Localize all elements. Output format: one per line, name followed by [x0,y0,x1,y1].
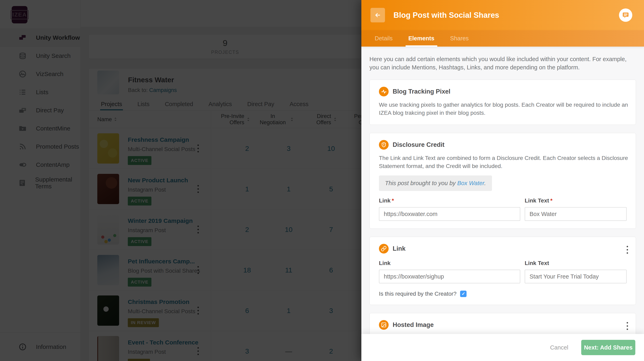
back-button[interactable] [370,8,385,22]
tab-elements[interactable]: Elements [408,30,434,46]
tab-details[interactable]: Details [375,30,393,46]
link-card: Link Link Link Text Is this required by … [370,237,636,305]
link-input[interactable] [379,270,520,283]
disclosure-credit-card: Disclosure Credit The Link and Link Text… [370,133,636,229]
disclosure-preview: This post brought to you by Box Water. [379,175,492,191]
panel-body: Here you can add certain elements which … [361,46,644,334]
next-add-shares-button[interactable]: Next: Add Shares [581,340,635,355]
card-menu-icon[interactable] [625,321,630,332]
required-asterisk: * [392,197,394,204]
card-menu-icon[interactable] [625,244,630,255]
card-title: Hosted Image [393,321,434,329]
link-field-label: Link [379,260,520,266]
tab-shares[interactable]: Shares [450,30,469,46]
required-asterisk: * [550,197,552,204]
link-text-field-label: Link Text [525,260,627,266]
card-title: Link [393,245,406,252]
panel-tabs: Details Elements Shares [361,30,644,46]
card-title: Blog Tracking Pixel [393,88,450,95]
disclosure-shield-icon [379,140,388,150]
panel-footer: Cancel Next: Add Shares [361,334,644,361]
chat-icon [622,11,630,19]
card-title: Disclosure Credit [393,141,444,148]
cancel-button[interactable]: Cancel [550,344,568,351]
disclosure-preview-text: This post brought to you by [385,180,457,186]
panel-header: Blog Post with Social Shares [361,0,644,30]
required-question-label: Is this required by the Creator? [379,291,456,297]
link-icon [379,244,388,254]
card-description: The Link and Link Text are combined to f… [379,154,630,170]
card-description: We use tracking pixels to gather analyti… [379,101,630,117]
link-text-input[interactable] [525,270,627,283]
disclosure-link-input[interactable] [379,207,520,221]
image-icon [379,320,388,330]
elements-intro-text: Here you can add certain elements which … [370,55,636,72]
blog-tracking-pixel-card: Blog Tracking Pixel We use tracking pixe… [370,80,636,125]
modal-backdrop[interactable] [0,0,361,361]
activity-icon [379,87,388,96]
disclosure-link-text-input[interactable] [525,207,627,221]
required-checkbox[interactable]: ✓ [460,291,466,297]
link-field-label: Link* [379,197,520,204]
link-text-field-label: Link Text* [525,197,627,204]
hosted-image-card: Hosted Image Uploaded photos should be l… [370,313,636,334]
disclosure-preview-link[interactable]: Box Water [457,180,484,186]
chat-button[interactable] [619,8,632,22]
arrow-left-icon [374,12,381,18]
element-panel: Blog Post with Social Shares Details Ele… [361,0,644,361]
panel-title: Blog Post with Social Shares [394,11,499,19]
